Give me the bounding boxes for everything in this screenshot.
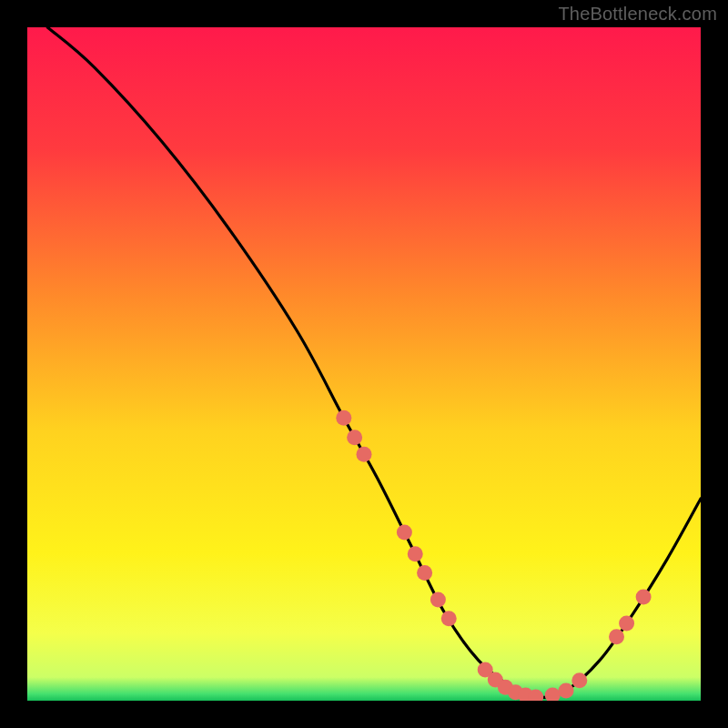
marker-dot [347,430,362,445]
marker-dot [559,682,574,698]
plot-area [27,27,701,701]
marker-dot [336,410,351,426]
marker-dot [619,615,634,631]
marker-dot [357,447,372,462]
marker-dot [408,546,423,561]
marker-dot [397,525,412,541]
marker-dot [571,672,587,688]
gradient-background [27,27,701,701]
marker-dot [430,592,446,608]
marker-dot [417,565,432,581]
marker-dot [609,629,624,644]
bottleneck-curve-chart [27,27,701,701]
marker-dot [636,590,652,605]
marker-dot [441,611,457,626]
watermark-text: TheBottleneck.com [558,4,717,25]
